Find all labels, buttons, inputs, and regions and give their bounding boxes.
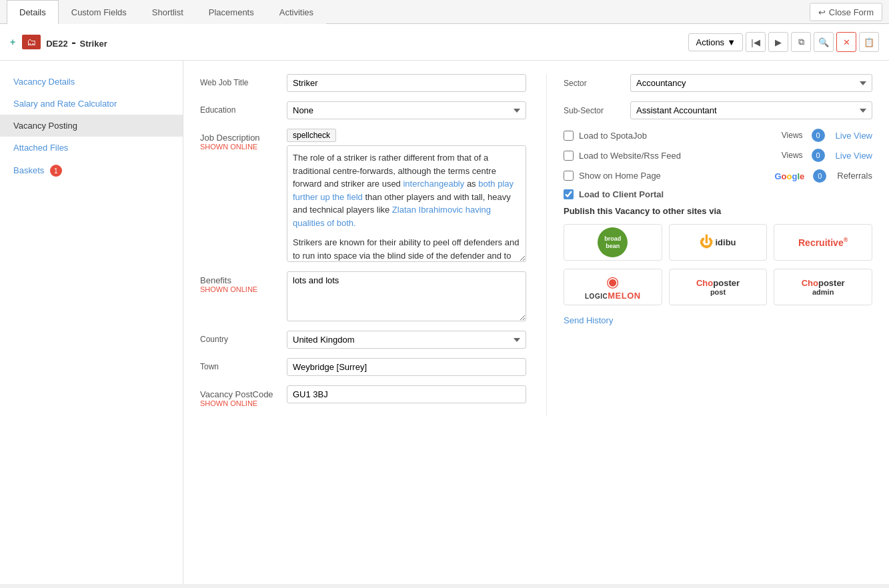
job-description-label: Job Description SHOWN ONLINE [200,129,287,151]
live-view-1-link[interactable]: Live View [836,131,872,141]
client-portal-row: Load to Client Portal [564,189,872,199]
sector-row: Sector Accountancy [564,74,872,92]
views1-label: Views [782,131,803,140]
country-select[interactable]: United Kingdom [287,331,526,349]
web-job-title-row: Web Job Title [200,74,526,92]
client-portal-checkbox[interactable] [564,189,574,199]
education-label: Education [200,101,287,115]
publish-header: Publish this Vacancy to other sites via [564,206,872,216]
job-description-textarea[interactable]: The role of a striker is rather differen… [287,145,526,262]
basket-badge: 1 [50,165,62,177]
spellcheck-button[interactable]: spellcheck [287,129,336,142]
tab-shortlist[interactable]: Shortlist [139,0,196,24]
google-icon: Google [774,169,804,183]
town-input[interactable] [287,358,526,376]
content-area: Web Job Title Education None GCSE A-Leve… [183,61,889,584]
idibu-logo: ⏻ idibu [700,235,736,250]
job-description-row: Job Description SHOWN ONLINE spellcheck … [200,129,526,262]
first-record-button[interactable]: |◀ [746,32,766,52]
briefcase-icon: 🗂 [22,35,41,49]
job-description-container: spellcheck The role of a striker is rath… [287,129,526,262]
close-icon: ↩ [818,7,826,17]
web-job-title-label: Web Job Title [200,74,287,87]
title-left: + 🗂 DE22 - Striker [10,35,107,50]
sidebar-item-attached-files[interactable]: Attached Files [0,137,183,159]
send-history-link[interactable]: Send History [564,315,613,325]
logicmelon-logo-box[interactable]: ◉ LOGICMELON [564,269,662,305]
tab-custom-fields[interactable]: Custom Fields [59,0,139,24]
town-row: Town [200,358,526,376]
homepage-row: Show on Home Page Google 0 Referrals [564,169,872,183]
sidebar-item-vacancy-posting[interactable]: Vacancy Posting [0,115,183,137]
google-badge: 0 [813,169,826,183]
spotajob-row: Load to SpotaJob Views 0 Live View [564,129,872,142]
town-label: Town [200,358,287,371]
benefits-textarea[interactable]: lots and lots [287,271,526,321]
left-column: Web Job Title Education None GCSE A-Leve… [200,74,526,417]
postcode-label: Vacancy PostCode SHOWN ONLINE [200,385,287,407]
choposter-admin-logo-box[interactable]: Choposter admin [774,269,872,305]
chevron-down-icon: ▼ [727,37,736,47]
right-column: Sector Accountancy Sub-Sector Assistant … [546,74,872,417]
education-select[interactable]: None GCSE A-Level Degree [287,101,526,119]
country-label: Country [200,331,287,344]
broadbean-logo: broadbean [598,227,628,257]
choposter-post-logo: Choposter post [696,278,740,296]
delete-button[interactable]: ✕ [836,32,856,52]
page-title: DE22 - Striker [46,35,107,50]
sidebar-item-salary-calculator[interactable]: Salary and Rate Calculator [0,93,183,115]
publish-section: Load to SpotaJob Views 0 Live View Load … [564,129,872,325]
web-job-title-input[interactable] [287,74,526,92]
sub-sector-select[interactable]: Assistant Accountant [630,101,872,119]
recruitive-logo: Recruitive® [798,237,848,248]
sidebar-item-baskets[interactable]: Baskets 1 [0,159,183,183]
views1-badge: 0 [812,129,825,142]
benefits-label: Benefits SHOWN ONLINE [200,271,287,293]
recruitive-logo-box[interactable]: Recruitive® [774,224,872,261]
sub-sector-row: Sub-Sector Assistant Accountant [564,101,872,119]
website-rss-checkbox[interactable] [564,151,574,161]
country-row: Country United Kingdom [200,331,526,349]
logos-grid: broadbean ⏻ idibu [564,224,872,305]
postcode-input[interactable] [287,385,526,403]
sidebar: Vacancy Details Salary and Rate Calculat… [0,61,183,584]
close-form-button[interactable]: ↩ Close Form [810,3,882,21]
logicmelon-logo: ◉ LOGICMELON [585,273,641,301]
actions-button[interactable]: Actions ▼ [688,33,743,51]
copy-button[interactable]: ⧉ [791,32,811,52]
postcode-row: Vacancy PostCode SHOWN ONLINE [200,385,526,407]
tab-bar: Details Custom Fields Shortlist Placemen… [0,0,889,24]
live-view-2-link[interactable]: Live View [836,151,872,161]
homepage-label[interactable]: Show on Home Page [579,171,661,181]
search-button[interactable]: 🔍 [814,32,834,52]
views2-badge: 0 [812,149,825,162]
save-button[interactable]: 📋 [859,32,879,52]
education-row: Education None GCSE A-Level Degree [200,101,526,119]
tab-placements[interactable]: Placements [196,0,267,24]
views2-label: Views [782,151,803,160]
spotajob-checkbox[interactable] [564,131,574,141]
sector-select[interactable]: Accountancy [630,74,872,92]
spotajob-label[interactable]: Load to SpotaJob [579,131,647,141]
sidebar-item-vacancy-details[interactable]: Vacancy Details [0,71,183,93]
idibu-logo-box[interactable]: ⏻ idibu [669,224,768,261]
tab-activities[interactable]: Activities [267,0,326,24]
title-bar: + 🗂 DE22 - Striker Actions ▼ |◀ ▶ ⧉ 🔍 ✕ … [0,24,889,61]
client-portal-label[interactable]: Load to Client Portal [579,189,664,199]
homepage-checkbox[interactable] [564,171,574,181]
main-layout: Vacancy Details Salary and Rate Calculat… [0,61,889,584]
benefits-row: Benefits SHOWN ONLINE lots and lots [200,271,526,321]
title-actions: Actions ▼ |◀ ▶ ⧉ 🔍 ✕ 📋 [688,32,879,52]
choposter-post-logo-box[interactable]: Choposter post [669,269,768,305]
website-rss-label[interactable]: Load to Website/Rss Feed [579,151,681,161]
next-record-button[interactable]: ▶ [768,32,788,52]
broadbean-logo-box[interactable]: broadbean [564,224,662,261]
tab-details[interactable]: Details [7,0,59,24]
referrals-label: Referrals [837,171,872,181]
choposter-admin-logo: Choposter admin [802,278,845,296]
website-rss-row: Load to Website/Rss Feed Views 0 Live Vi… [564,149,872,162]
plus-icon: + [10,37,15,47]
